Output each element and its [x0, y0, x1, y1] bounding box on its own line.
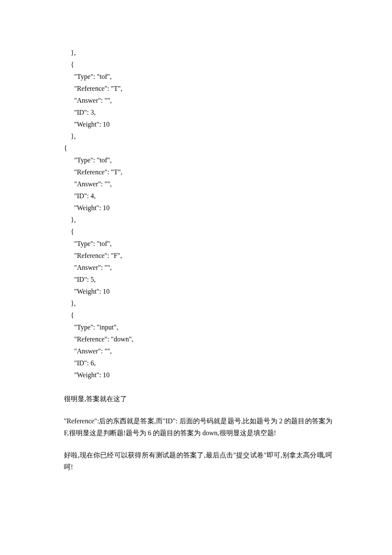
document-page: }, { "Type": "tof", "Reference": "T", "A…	[0, 0, 392, 555]
paragraph-answer-intro: 很明显,答案就在这了	[64, 393, 332, 405]
paragraph-conclusion: 好啦,现在你已经可以获得所有测试题的答案了,最后点击"提交试卷"即可,别拿太高分…	[64, 449, 332, 473]
paragraph-reference-explain: "Reference":后的东西就是答案,而"ID": 后面的号码就是题号,比如…	[64, 415, 332, 439]
json-code-block: }, { "Type": "tof", "Reference": "T", "A…	[64, 47, 332, 381]
